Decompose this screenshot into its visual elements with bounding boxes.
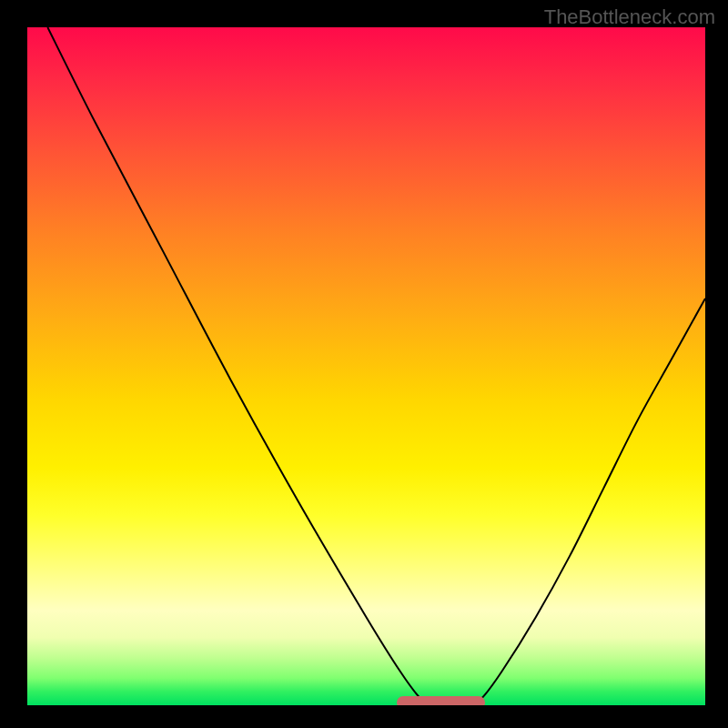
watermark-text: TheBottleneck.com [544,5,715,29]
chart-plot-area [27,27,705,705]
chart-gradient-background [27,27,705,705]
optimal-range-marker [397,696,485,705]
